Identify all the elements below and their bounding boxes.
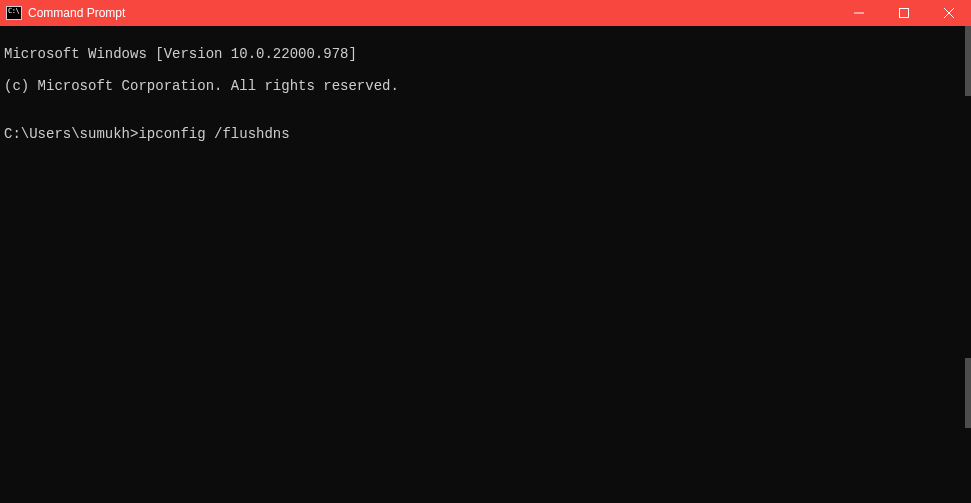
terminal-output[interactable]: Microsoft Windows [Version 10.0.22000.97… [0,26,971,503]
copyright-line: (c) Microsoft Corporation. All rights re… [4,78,967,94]
version-line: Microsoft Windows [Version 10.0.22000.97… [4,46,967,62]
prompt-line: C:\Users\sumukh>ipconfig /flushdns [4,126,967,142]
close-button[interactable] [926,0,971,26]
command-input[interactable]: ipconfig /flushdns [138,126,289,142]
svg-rect-0 [899,9,908,18]
titlebar-left: C:\ Command Prompt [0,6,125,20]
minimize-icon [854,8,864,18]
window-title: Command Prompt [28,6,125,20]
window-controls [836,0,971,26]
minimize-button[interactable] [836,0,881,26]
close-icon [944,8,954,18]
scrollbar-thumb-bottom[interactable] [965,358,971,428]
titlebar: C:\ Command Prompt [0,0,971,26]
maximize-button[interactable] [881,0,926,26]
cmd-icon: C:\ [6,6,22,20]
maximize-icon [899,8,909,18]
scrollbar-thumb-top[interactable] [965,26,971,96]
prompt-path: C:\Users\sumukh> [4,126,138,142]
